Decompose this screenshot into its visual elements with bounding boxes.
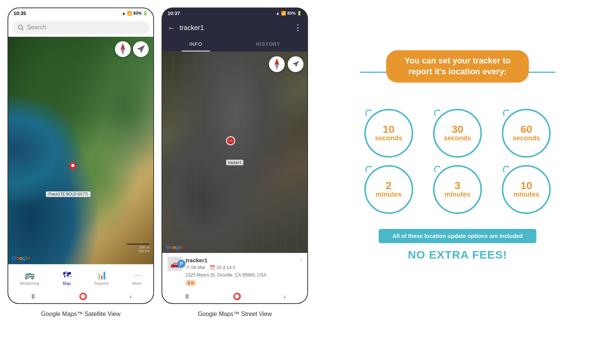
map-icon: 🗺	[63, 270, 71, 280]
circle-2-num: 2	[386, 180, 392, 191]
nav-more[interactable]: ··· More	[128, 269, 145, 287]
nav-back-btn-2[interactable]: ‹	[284, 293, 286, 301]
svg-marker-9	[507, 165, 509, 167]
google-logo-2: Google	[166, 244, 183, 250]
circle-30-seconds: 30 seconds	[433, 109, 482, 158]
aerial-map-bg	[162, 52, 307, 253]
nav-more-label: More	[132, 281, 142, 286]
nav-recents-btn[interactable]: ⏸	[30, 293, 36, 301]
scale-label1: 200 mi	[139, 245, 149, 249]
phone2-caption: Google Maps™ Street View	[198, 311, 272, 317]
nav-reports-label: Reports	[94, 281, 109, 286]
google-logo-1: Google	[12, 255, 30, 261]
compass-button-2[interactable]	[269, 56, 285, 72]
map-nav-button-2[interactable]	[288, 56, 304, 72]
tracker-name: tracker1	[186, 257, 207, 263]
monitoring-icon: 🚌	[24, 270, 35, 280]
svg-marker-6	[507, 109, 509, 111]
svg-marker-8	[439, 165, 441, 167]
tracker-label: iTrack1TE BOLD (0177)	[46, 191, 91, 197]
circle-10-num: 10	[383, 124, 394, 135]
system-nav-2: ⏸ ⭕ ‹	[162, 290, 307, 303]
tracker-chevron-icon: ›	[300, 257, 302, 263]
system-nav-1: ⏸ ⭕ ‹	[8, 290, 153, 303]
svg-marker-2	[138, 46, 144, 52]
tracker-meta: ⏱ 06 Mar ⏰ 20 d 14 h	[186, 265, 302, 270]
info-header-text: You can set your tracker to report it's …	[397, 56, 518, 77]
navigation-icon	[137, 45, 145, 53]
circle-3-unit: minutes	[444, 191, 470, 199]
more-icon: ···	[133, 270, 140, 280]
nav-reports[interactable]: 📊 Reports	[91, 269, 113, 287]
circle-60-num: 60	[521, 124, 532, 135]
phone1-status-icons: ▲ 📶 83% 🔋	[122, 11, 148, 16]
info-header: You can set your tracker to report it's …	[386, 50, 529, 82]
phone2-status-icons: ▲ 📶 83% 🔋	[276, 11, 302, 16]
compass-button[interactable]	[115, 41, 131, 57]
satellite-map-bg	[8, 37, 153, 264]
phone1-caption: Google Maps™ Satellite View	[41, 311, 120, 317]
svg-marker-7	[370, 165, 372, 167]
circle-10-seconds: 10 seconds	[364, 109, 413, 158]
nav-recents-btn-2[interactable]: ⏸	[184, 293, 190, 301]
header-line-right	[529, 72, 555, 73]
curved-arrow-6	[501, 164, 512, 175]
time-badge: 5 h	[186, 280, 196, 286]
phone2-status-bar: 10:37 ▲ 📶 83% 🔋	[162, 8, 307, 18]
nav-monitoring[interactable]: 🚌 Monitoring	[16, 269, 43, 287]
curved-arrow-1	[364, 108, 374, 119]
circle-3-minutes: 3 minutes	[433, 165, 482, 214]
curved-arrow-4	[364, 164, 374, 175]
tracker-address: 2325 Myers St, Oroville, CA 95966, USA	[186, 272, 302, 278]
map-nav-button[interactable]	[133, 41, 149, 57]
navigation-icon-2	[291, 60, 300, 68]
phone2-header: ← tracker1 ⋮	[162, 18, 307, 38]
svg-marker-4	[370, 109, 372, 111]
tracker-info-panel: 🚗 P tracker1 › ⏱ 06 Mar ⏰ 20 d	[162, 253, 307, 290]
tab-history[interactable]: HISTORY	[249, 38, 288, 51]
tracker-info-top: 🚗 P tracker1 › ⏱ 06 Mar ⏰ 20 d	[168, 257, 302, 271]
nav-back-btn[interactable]: ‹	[130, 293, 132, 301]
circle-60-seconds: 60 seconds	[502, 109, 551, 158]
header-line-wrap: You can set your tracker to report it's …	[360, 50, 555, 93]
svg-point-0	[18, 25, 23, 29]
phone1-map[interactable]: iTrack1TE BOLD (0177) 200 mi 500 km Goog…	[8, 37, 153, 264]
back-arrow-button[interactable]: ←	[168, 24, 175, 32]
circle-10-unit: seconds	[375, 135, 402, 142]
svg-marker-5	[439, 109, 441, 111]
nav-map[interactable]: 🗺 Map	[59, 269, 75, 287]
phone1: 10:35 ▲ 📶 83% 🔋 Search	[8, 8, 154, 304]
phone1-time: 10:35	[14, 11, 26, 16]
scale-label2: 500 km	[138, 249, 149, 253]
map-pin-head	[68, 160, 78, 171]
phone2-map[interactable]: 🚗 tracker1 Google	[162, 52, 307, 253]
phone2-time: 10:37	[168, 11, 180, 16]
map-pin	[69, 162, 77, 171]
tracker-car-label: tracker1	[226, 159, 243, 165]
curved-arrow-5	[432, 164, 443, 175]
scale-line	[127, 244, 149, 245]
bottom-nav-1: 🚌 Monitoring 🗺 Map 📊 Reports ··· More	[8, 264, 153, 290]
more-menu-button[interactable]: ⋮	[294, 23, 302, 33]
included-banner: All of these location update options are…	[379, 229, 536, 243]
tracker-name-row: tracker1 ›	[186, 257, 302, 263]
phone2-tabs: INFO HISTORY	[162, 38, 307, 52]
search-icon	[17, 24, 24, 31]
nav-home-btn[interactable]: ⭕	[79, 292, 87, 301]
nav-home-btn-2[interactable]: ⭕	[233, 292, 241, 301]
tab-info[interactable]: INFO	[182, 38, 210, 51]
circle-3-num: 3	[454, 180, 461, 191]
circles-grid: 10 seconds 30 seconds 60 seconds	[360, 109, 555, 214]
circle-2-minutes: 2 minutes	[364, 165, 413, 214]
phone1-search-bar[interactable]: Search	[12, 21, 149, 34]
circle-10min-num: 10	[521, 180, 532, 191]
timer-icon: ⏰	[210, 265, 215, 270]
curved-arrow-3	[501, 108, 512, 119]
header-line-left	[360, 72, 386, 73]
circle-30-num: 30	[451, 124, 463, 135]
circle-10min-unit: minutes	[513, 191, 539, 199]
svg-line-1	[22, 29, 23, 30]
scale-bar: 200 mi 500 km	[127, 244, 149, 253]
included-text: All of these location update options are…	[393, 233, 523, 239]
nav-monitoring-label: Monitoring	[20, 281, 39, 286]
